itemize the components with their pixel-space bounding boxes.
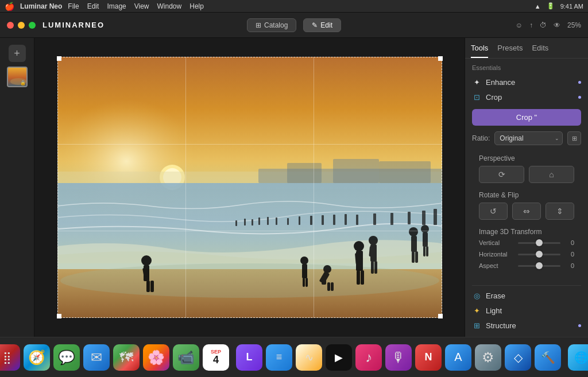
- dock-appstore[interactable]: A: [445, 344, 471, 371]
- vertical-slider[interactable]: [518, 242, 560, 244]
- horizontal-slider-row: Horizontal 0: [479, 251, 574, 258]
- transform-sliders: Vertical 0 Horizontal 0 As: [472, 239, 581, 278]
- menu-file[interactable]: File: [68, 2, 79, 10]
- svg-rect-58: [423, 246, 425, 256]
- tool-enhance[interactable]: ✦ Enhance: [465, 75, 588, 90]
- flip-horizontal-button[interactable]: ⇔: [512, 203, 541, 220]
- dock-photos[interactable]: 🌸: [143, 344, 169, 371]
- svg-point-56: [421, 225, 429, 233]
- menu-image[interactable]: Image: [107, 2, 126, 10]
- main-layout: + 🔒: [0, 38, 588, 337]
- svg-rect-51: [374, 261, 377, 274]
- dock-downloads[interactable]: 🌐: [568, 344, 588, 371]
- dock-appletv[interactable]: ▶: [326, 344, 352, 371]
- horizontal-slider-label: Horizontal: [479, 251, 513, 258]
- dock-music[interactable]: ♪: [355, 344, 382, 371]
- ratio-row: Ratio: Original 1:1 4:3 16:9 Custom ⌄ ⊞: [472, 131, 581, 145]
- ratio-select-wrapper: Original 1:1 4:3 16:9 Custom ⌄: [494, 131, 563, 145]
- divider-1: [472, 285, 581, 286]
- dock-news[interactable]: N: [415, 344, 442, 371]
- wifi-icon: ▲: [535, 3, 541, 10]
- svg-rect-41: [331, 282, 334, 291]
- dock-calendar[interactable]: SEP 4: [203, 344, 229, 371]
- tool-erase[interactable]: ◎ Erase: [465, 288, 588, 303]
- minimize-button[interactable]: [18, 22, 25, 29]
- horizontal-slider[interactable]: [518, 254, 560, 255]
- add-image-button[interactable]: +: [9, 45, 26, 62]
- dock-safari[interactable]: 🧭: [24, 344, 50, 371]
- vertical-slider-value: 0: [565, 239, 574, 246]
- ratio-select[interactable]: Original 1:1 4:3 16:9 Custom: [494, 131, 563, 145]
- tool-light[interactable]: ✦ Light: [465, 303, 588, 318]
- light-label: Light: [486, 306, 502, 315]
- ratio-grid-button[interactable]: ⊞: [567, 131, 581, 145]
- tab-tools[interactable]: Tools: [471, 44, 488, 58]
- dock-store[interactable]: ◇: [505, 344, 531, 371]
- close-button[interactable]: [7, 22, 14, 29]
- svg-rect-18: [267, 217, 269, 225]
- rotate-flip-label: Rotate & Flip: [472, 188, 581, 203]
- svg-rect-21: [299, 216, 300, 225]
- svg-rect-53: [411, 236, 417, 252]
- svg-rect-59: [426, 246, 428, 256]
- crop-icon: ⊡: [472, 92, 481, 102]
- rotate-button[interactable]: ↺: [479, 203, 508, 220]
- dock-facetime[interactable]: 📹: [173, 344, 199, 371]
- crop-apply-button[interactable]: Crop ": [472, 109, 581, 126]
- lock-icon: 🔒: [20, 80, 26, 85]
- tool-crop[interactable]: ⊡ Crop: [465, 90, 588, 104]
- svg-rect-63: [305, 278, 308, 287]
- dock-podcasts[interactable]: 🎙: [385, 344, 412, 371]
- svg-rect-45: [357, 270, 360, 285]
- dock-mail[interactable]: ✉: [83, 344, 110, 371]
- share-icon[interactable]: ↑: [529, 21, 533, 29]
- tool-structure[interactable]: ⊞ Structure: [465, 318, 588, 333]
- light-icon: ✦: [472, 306, 481, 315]
- smiley-icon[interactable]: ☺: [516, 21, 523, 29]
- catalog-button[interactable]: ⊞ Catalog: [247, 18, 296, 32]
- panel-content: Essentials ✦ Enhance ⊡ Crop Crop " Ratio…: [465, 59, 588, 337]
- dock-launchpad[interactable]: ⣿: [0, 344, 20, 371]
- svg-point-42: [354, 241, 364, 251]
- svg-rect-29: [408, 212, 411, 224]
- svg-rect-55: [415, 251, 418, 263]
- dock-luminar-neo[interactable]: L: [236, 344, 262, 371]
- dock-system-preferences[interactable]: ⚙: [475, 344, 501, 371]
- menu-window[interactable]: Window: [157, 2, 182, 10]
- preview-icon[interactable]: 👁: [554, 21, 560, 29]
- dock-freeform[interactable]: ∿: [296, 344, 322, 371]
- maximize-button[interactable]: [29, 22, 36, 29]
- canvas-area[interactable]: [34, 38, 465, 337]
- perspective-auto-button[interactable]: ⟳: [479, 166, 524, 183]
- crop-modified-dot: [578, 96, 581, 99]
- dock-maps[interactable]: 🗺: [113, 344, 140, 371]
- dock-files[interactable]: ≡: [266, 344, 292, 371]
- flip-vertical-button[interactable]: ⇕: [546, 203, 574, 220]
- svg-rect-28: [390, 213, 393, 225]
- dock-messages[interactable]: 💬: [53, 344, 80, 371]
- svg-rect-40: [327, 282, 330, 291]
- svg-rect-24: [333, 215, 335, 225]
- edit-button[interactable]: ✎ Edit: [303, 18, 341, 32]
- horizontal-slider-value: 0: [565, 251, 574, 258]
- svg-rect-26: [356, 215, 358, 225]
- tab-presets[interactable]: Presets: [497, 44, 523, 58]
- aspect-slider[interactable]: [518, 265, 560, 267]
- catalog-icon: ⊞: [256, 21, 261, 29]
- menu-view[interactable]: View: [134, 2, 149, 10]
- perspective-manual-button[interactable]: ⌂: [529, 166, 574, 183]
- menu-edit[interactable]: Edit: [87, 2, 99, 10]
- structure-modified-dot: [578, 324, 581, 327]
- tab-edits[interactable]: Edits: [532, 44, 548, 58]
- history-icon[interactable]: ⏱: [540, 21, 547, 29]
- svg-rect-25: [345, 214, 347, 225]
- menu-help[interactable]: Help: [189, 2, 204, 10]
- image-thumbnail[interactable]: 🔒: [7, 67, 28, 87]
- rotate-flip-buttons: ↺ ⇔ ⇕: [472, 203, 581, 224]
- svg-rect-16: [252, 219, 253, 226]
- apple-menu-icon[interactable]: 🍎: [5, 2, 14, 11]
- dock-xcode[interactable]: 🔨: [535, 344, 561, 371]
- app-title: LUMINARNEO: [42, 21, 105, 29]
- svg-rect-31: [434, 209, 437, 225]
- window-controls: [7, 22, 36, 29]
